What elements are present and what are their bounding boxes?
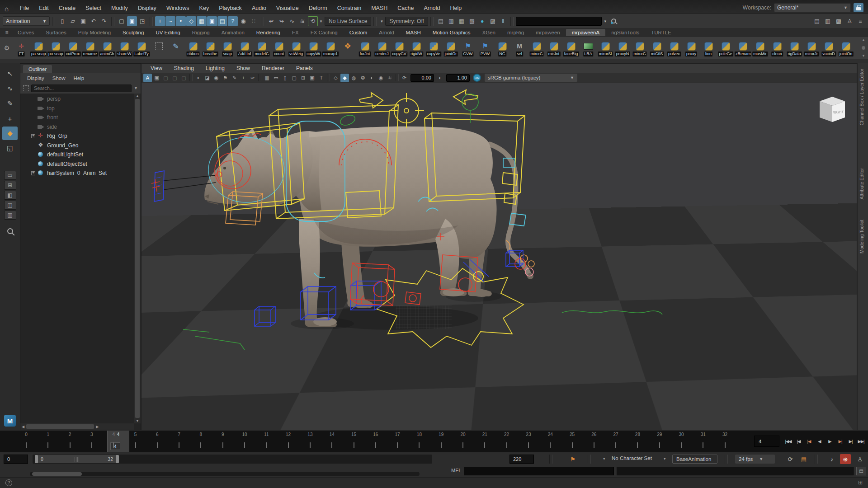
outliner-menu-item[interactable]: Help (71, 75, 88, 82)
range-end-handle[interactable] (116, 455, 119, 463)
range-slider-active[interactable]: 0 32 (35, 455, 119, 463)
history-icon[interactable]: ⟲ (308, 16, 318, 26)
tool-button[interactable]: ✎ (2, 97, 18, 110)
shelf-tab[interactable]: mrpRig (501, 29, 530, 36)
render-icon[interactable]: ▨ (488, 16, 498, 26)
viewport-toolbar-icon[interactable]: ◉ (377, 74, 385, 82)
render-icon[interactable]: ▥ (446, 16, 456, 26)
menu-item[interactable]: Modify (106, 4, 133, 12)
shelf-tab[interactable]: Arnold (373, 29, 400, 36)
viewport-toolbar-icon[interactable]: ▢ (179, 74, 188, 82)
menu-item[interactable]: Windows (161, 4, 194, 12)
viewport-toolbar-icon[interactable]: ▢ (170, 74, 179, 82)
shelf-item[interactable]: mocap1 (322, 38, 339, 58)
outliner-row[interactable]: persp (20, 94, 134, 104)
tool-button[interactable]: ↖ (2, 67, 18, 80)
viewport-toolbar-icon[interactable]: ▢ (161, 74, 170, 82)
chevron-down-icon[interactable]: ▾ (603, 456, 605, 461)
viewport-toolbar-icon[interactable]: ❂ (359, 74, 367, 82)
bottom-scrollbar[interactable] (30, 472, 420, 476)
fps-dropdown[interactable]: 24 fps ▼ (735, 455, 775, 464)
workspace-lock-button[interactable] (854, 3, 863, 12)
menu-item[interactable]: Help (445, 4, 467, 12)
viewport-toolbar-icon[interactable]: ⊞ (299, 74, 307, 82)
shelf-tab[interactable]: FX Caching (305, 29, 344, 36)
viewport-toolbar-icon[interactable]: + (239, 74, 248, 82)
playback-button[interactable]: |◀ (793, 434, 804, 448)
render-icon[interactable]: ▤ (436, 16, 446, 26)
snap-icon[interactable]: ▣ (207, 16, 217, 26)
range-start-handle[interactable] (35, 455, 38, 463)
selection-mode-icon[interactable]: ▢ (117, 16, 127, 26)
current-frame-field[interactable]: 4 (754, 436, 779, 447)
shelf-item[interactable]: LabelTy (133, 38, 150, 58)
arrow-left-icon[interactable]: ◀ (21, 425, 25, 429)
shelf-item[interactable]: count (270, 38, 288, 58)
menu-item[interactable]: Display (133, 4, 161, 12)
range-slider-track[interactable]: 0 32 (33, 455, 432, 464)
scene-3d[interactable]: RIGHT (142, 83, 857, 430)
command-language-label[interactable]: MEL (451, 468, 462, 473)
speaker-icon[interactable]: ♪ (826, 454, 837, 464)
viewport-toolbar-icon[interactable]: ◪ (203, 74, 212, 82)
playback-button[interactable]: ▶| (835, 434, 845, 448)
outliner-tab[interactable]: Outliner (23, 65, 52, 73)
viewport-menu-item[interactable]: Shading (169, 64, 199, 72)
shelf-tab[interactable]: TURTLE (645, 29, 677, 36)
color-management-toggle[interactable]: ON (473, 74, 481, 82)
shelf-item[interactable]: cutProx (64, 38, 81, 58)
menu-item[interactable]: Playback (214, 4, 247, 12)
viewport-menu-item[interactable]: View (145, 64, 168, 72)
viewport-toolbar-icon[interactable]: ⟳ (400, 74, 409, 82)
clip-editor-icon[interactable]: ▤ (798, 454, 809, 464)
shelf-item[interactable]: rigidW (408, 38, 425, 58)
viewport-toolbar-icon[interactable]: T (317, 74, 326, 82)
snap-icon[interactable]: + (155, 16, 165, 26)
shelf-item[interactable]: PVW (476, 38, 494, 58)
bookmark-icon[interactable]: ⚑ (567, 454, 578, 464)
viewport-menu-item[interactable]: Show (231, 64, 255, 72)
tool-button[interactable]: ∿ (2, 82, 18, 95)
snap-icon[interactable]: ◉ (238, 16, 248, 26)
shelf-item[interactable]: ribbon (184, 38, 202, 58)
menu-item[interactable]: Visualize (271, 4, 304, 12)
script-editor-icon[interactable]: ▤ (856, 467, 866, 475)
viewport-toolbar-icon[interactable]: ◆ (340, 74, 349, 82)
gamma-field[interactable]: 1.00 (446, 74, 470, 82)
shelf-item[interactable]: mirJnt (545, 38, 562, 58)
menuset-dropdown[interactable]: Animation ▼ (3, 16, 50, 26)
arrow-up-icon[interactable]: ▲ (862, 38, 865, 42)
viewport-toolbar-icon[interactable]: ≋ (386, 74, 394, 82)
maya-logo-badge[interactable]: M (4, 415, 16, 427)
viewport-toolbar-icon[interactable] (189, 74, 193, 81)
shelf-tab[interactable]: FX (286, 29, 305, 36)
history-icon[interactable]: ≋ (297, 16, 307, 26)
viewport-menu-item[interactable]: Panels (291, 64, 318, 72)
time-slider[interactable]: 4 4 012345678910111213141516171819202122… (0, 430, 868, 452)
shelf-item[interactable] (167, 38, 184, 58)
viewport-toolbar-icon[interactable] (327, 74, 330, 81)
tool-button[interactable]: ◱ (2, 141, 18, 155)
range-grip[interactable] (75, 457, 79, 462)
shelf-item[interactable]: musMir (751, 38, 769, 58)
workspace-select[interactable]: General* ▼ (774, 3, 851, 12)
shelf-item[interactable]: mirorSl (597, 38, 614, 58)
history-icon[interactable]: ▾ (318, 16, 324, 26)
layout-button[interactable]: ◧ (4, 191, 16, 200)
character-set-dropdown[interactable]: No Character Set (612, 455, 652, 461)
shelf-item[interactable]: po-snap (47, 38, 64, 58)
shelf-tab[interactable]: Curves (12, 29, 40, 36)
sidebar-toggle-icon[interactable]: ▤ (812, 16, 822, 26)
shelf-item[interactable]: polvec (665, 38, 683, 58)
status-icon[interactable]: ▣ (78, 16, 88, 26)
leash-control[interactable] (151, 171, 164, 202)
shelf-tab[interactable]: XGen (476, 29, 501, 36)
viewport-toolbar-icon[interactable]: ✑ (248, 74, 257, 82)
tab-modeling-toolkit[interactable]: Modeling Toolkit (859, 220, 864, 253)
anim-layer-field[interactable]: BaseAnimation (672, 455, 717, 464)
layout-button[interactable]: ◫ (4, 201, 16, 210)
shelf-item[interactable]: jointOn (837, 38, 854, 58)
chevron-down-icon[interactable]: ▾ (379, 16, 384, 26)
quick-input-field[interactable] (516, 17, 602, 26)
render-icon[interactable]: ▧ (467, 16, 477, 26)
